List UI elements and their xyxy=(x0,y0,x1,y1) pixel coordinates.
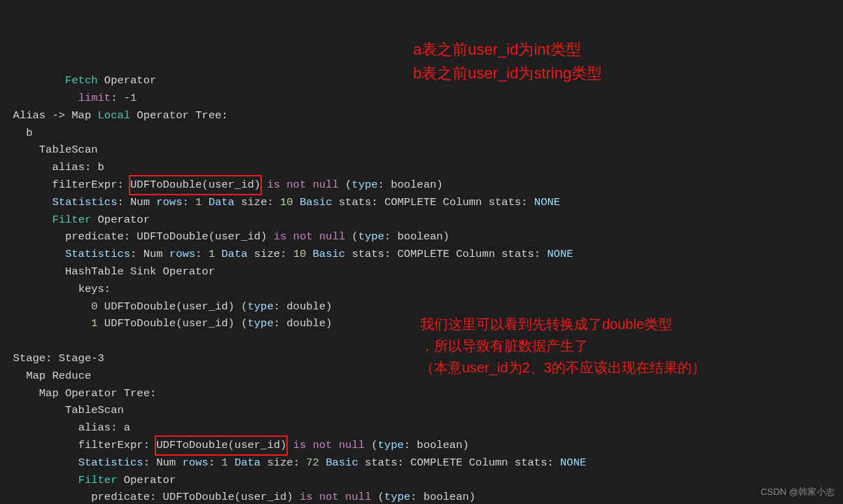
keyword-statistics: Statistics xyxy=(65,248,130,260)
keyword-type: type xyxy=(384,491,410,503)
paren: ( xyxy=(371,491,384,503)
keyword-type: type xyxy=(351,178,377,191)
key-index-0: 0 xyxy=(91,300,97,313)
key-index-1: 1 xyxy=(91,317,97,330)
text-num: : Num xyxy=(144,456,183,469)
keyword-isnotnull: is not null xyxy=(267,178,338,191)
text-alias-b: alias: b xyxy=(52,161,104,174)
text-filterexpr: filterExpr: xyxy=(78,439,157,451)
text-boolean: : boolean) xyxy=(378,178,443,191)
keyword-rows: rows xyxy=(156,196,182,209)
keyword-basic: Basic xyxy=(326,456,358,469)
colon: : xyxy=(182,196,195,209)
text-predicate: predicate: UDFToDouble(user_id) xyxy=(65,230,274,243)
text-hashtable-sink: HashTable Sink Operator xyxy=(65,265,215,278)
keyword-filter: Filter xyxy=(52,214,91,226)
sp xyxy=(228,456,235,469)
keyword-rows: rows xyxy=(182,456,208,469)
sp xyxy=(215,248,221,260)
text-keys: keys: xyxy=(78,283,111,295)
value-rows: 1 xyxy=(221,456,228,469)
text-tablescan: TableScan xyxy=(39,144,98,156)
value-size: 10 xyxy=(293,248,307,260)
text-udf: UDFToDouble(user_id) ( xyxy=(98,300,248,313)
text-stats: stats: COMPLETE Column stats: xyxy=(358,456,560,469)
keyword-isnotnull: is not null xyxy=(300,491,371,503)
keyword-none: NONE xyxy=(560,456,586,469)
keyword-limit: limit xyxy=(78,92,111,104)
keyword-type: type xyxy=(378,439,404,451)
text-boolean: : boolean) xyxy=(384,230,450,243)
text-double: : double) xyxy=(274,300,333,313)
text-operator: Operator xyxy=(98,74,157,87)
keyword-none: NONE xyxy=(547,248,573,260)
keyword-filter: Filter xyxy=(78,474,118,486)
keyword-basic: Basic xyxy=(300,196,333,209)
keyword-type: type xyxy=(247,317,273,330)
value-rows: 1 xyxy=(209,248,215,260)
text-alias-map: Alias -> Map xyxy=(13,109,98,122)
text-num: : Num xyxy=(130,248,169,260)
text-filterexpr: filterExpr: xyxy=(52,178,130,191)
text-operator: Operator xyxy=(117,474,176,486)
text-size: size: xyxy=(235,196,280,209)
text-udf: UDFToDouble(user_id) ( xyxy=(98,317,248,330)
alias-b: b xyxy=(26,127,32,139)
keyword-statistics: Statistics xyxy=(78,456,144,469)
text-operator: Operator xyxy=(91,214,150,226)
text-double: : double) xyxy=(274,317,333,330)
value-size: 72 xyxy=(306,456,319,469)
colon: : xyxy=(111,92,124,104)
sp xyxy=(306,248,312,260)
keyword-fetch: Fetch xyxy=(65,74,98,87)
text-stats: stats: COMPLETE Column stats: xyxy=(332,196,534,209)
paren: ( xyxy=(345,230,358,243)
text-map-reduce: Map Reduce xyxy=(26,370,91,382)
sp xyxy=(286,439,293,451)
text-num: : Num xyxy=(117,196,156,209)
text-boolean: : boolean) xyxy=(410,491,475,503)
text-alias-a: alias: a xyxy=(78,421,130,434)
watermark: CSDN @韩家小志 xyxy=(760,485,835,500)
keyword-type: type xyxy=(247,300,273,313)
highlight-box-2: UDFToDouble(user_id) xyxy=(155,435,288,456)
keyword-isnotnull: is not null xyxy=(293,439,365,451)
sp xyxy=(319,456,326,469)
sp xyxy=(293,196,300,209)
keyword-isnotnull: is not null xyxy=(274,230,345,243)
keyword-basic: Basic xyxy=(313,248,346,260)
colon: : xyxy=(209,456,222,469)
value-size: 10 xyxy=(280,196,293,209)
code-block: Fetch Operator limit: -1 Alias -> Map Lo… xyxy=(0,72,843,504)
text-operator-tree: Operator Tree: xyxy=(130,109,228,122)
text-tablescan: TableScan xyxy=(65,404,124,416)
paren: ( xyxy=(365,439,378,451)
annotation-top-line1: a表之前user_id为int类型 xyxy=(413,38,602,62)
text-predicate: predicate: UDFToDouble(user_id) xyxy=(91,491,300,503)
text-stats: stats: COMPLETE Column stats: xyxy=(345,248,547,260)
text-size: size: xyxy=(248,248,293,260)
text-map-operator-tree: Map Operator Tree: xyxy=(39,387,156,400)
text-boolean: : boolean) xyxy=(404,439,469,451)
keyword-data: Data xyxy=(235,456,260,469)
keyword-rows: rows xyxy=(169,248,195,260)
keyword-type: type xyxy=(358,230,384,243)
text-stage-3: Stage: Stage-3 xyxy=(13,352,104,365)
keyword-data: Data xyxy=(209,196,235,209)
value-limit: -1 xyxy=(124,92,137,104)
keyword-data: Data xyxy=(221,248,247,260)
value-rows: 1 xyxy=(195,196,202,209)
sp xyxy=(260,178,267,191)
keyword-local: Local xyxy=(98,109,131,122)
sp xyxy=(202,196,208,209)
text-size: size: xyxy=(260,456,306,469)
highlight-box-1: UDFToDouble(user_id) xyxy=(129,175,262,195)
paren: ( xyxy=(339,178,352,191)
keyword-statistics: Statistics xyxy=(52,196,117,209)
colon: : xyxy=(195,248,209,260)
keyword-none: NONE xyxy=(534,196,560,209)
